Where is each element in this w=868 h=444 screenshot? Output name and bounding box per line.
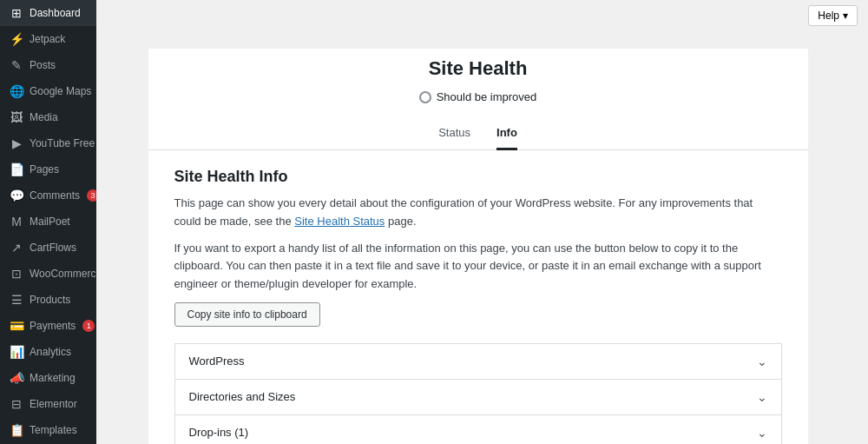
- section-title: Site Health Info: [174, 168, 782, 186]
- accordion-list: WordPress⌄Directories and Sizes⌄Drop-ins…: [174, 344, 782, 444]
- youtube-free-icon: ▶: [9, 136, 24, 150]
- status-bar: Site Health Should be improved StatusInf…: [148, 49, 808, 150]
- sidebar: ⊞Dashboard⚡Jetpack✎Posts🌐Google Maps🖼Med…: [0, 0, 96, 444]
- sidebar-item-dashboard[interactable]: ⊞Dashboard: [0, 0, 96, 26]
- tab-info[interactable]: Info: [496, 117, 517, 150]
- pages-icon: 📄: [9, 162, 24, 176]
- payments-icon: 💳: [9, 319, 24, 333]
- sidebar-item-posts[interactable]: ✎Posts: [0, 52, 96, 78]
- sidebar-item-products[interactable]: ☰Products: [0, 287, 96, 313]
- google-maps-icon: 🌐: [9, 84, 24, 98]
- page-title: Site Health: [148, 57, 808, 80]
- description-1: This page can show you every detail abou…: [174, 195, 782, 231]
- sidebar-label-elementor: Elementor: [30, 398, 77, 410]
- chevron-down-icon: ⌄: [757, 390, 767, 404]
- status-text: Should be improved: [437, 90, 537, 103]
- status-indicator: Should be improved: [148, 90, 808, 103]
- chevron-down-icon: ⌄: [757, 355, 767, 368]
- accordion-header[interactable]: WordPress⌄: [175, 344, 781, 379]
- sidebar-item-elementor[interactable]: ⊟Elementor: [0, 391, 96, 417]
- accordion-label: Drop-ins (1): [189, 426, 249, 439]
- sidebar-item-marketing[interactable]: 📣Marketing: [0, 365, 96, 391]
- sidebar-item-comments[interactable]: 💬Comments3: [0, 182, 96, 209]
- media-icon: 🖼: [9, 110, 24, 124]
- accordion-header[interactable]: Directories and Sizes⌄: [175, 380, 781, 414]
- posts-icon: ✎: [9, 58, 24, 72]
- badge-comments: 3: [87, 189, 96, 202]
- sidebar-item-analytics[interactable]: 📊Analytics: [0, 339, 96, 365]
- sidebar-label-cartflows: CartFlows: [30, 242, 76, 254]
- comments-icon: 💬: [9, 189, 24, 202]
- accordion-label: Directories and Sizes: [189, 390, 296, 403]
- sidebar-label-woocommerce: WooCommerce: [30, 268, 96, 280]
- sidebar-item-payments[interactable]: 💳Payments1: [0, 313, 96, 339]
- accordion-label: WordPress: [189, 355, 245, 368]
- sidebar-item-google-maps[interactable]: 🌐Google Maps: [0, 78, 96, 104]
- sidebar-label-posts: Posts: [30, 59, 56, 71]
- accordion-header[interactable]: Drop-ins (1)⌄: [175, 415, 781, 444]
- marketing-icon: 📣: [9, 371, 24, 385]
- sidebar-label-payments: Payments: [30, 320, 76, 332]
- tabs-panel-wrapper: Site Health Should be improved StatusInf…: [148, 49, 808, 444]
- products-icon: ☰: [9, 293, 24, 307]
- sidebar-item-templates[interactable]: 📋Templates: [0, 417, 96, 443]
- accordion-item: Directories and Sizes⌄: [174, 379, 782, 415]
- sidebar-item-jetpack[interactable]: ⚡Jetpack: [0, 26, 96, 52]
- chevron-down-icon: ⌄: [757, 426, 767, 440]
- sidebar-label-templates: Templates: [30, 424, 77, 436]
- tabs-nav: StatusInfo: [148, 117, 808, 150]
- sidebar-label-jetpack: Jetpack: [30, 33, 65, 45]
- sidebar-label-products: Products: [30, 294, 70, 306]
- sidebar-label-comments: Comments: [30, 189, 80, 202]
- sidebar-label-analytics: Analytics: [30, 346, 71, 358]
- help-arrow: ▾: [843, 10, 848, 22]
- help-button[interactable]: Help ▾: [808, 5, 858, 26]
- accordion-item: Drop-ins (1)⌄: [174, 414, 782, 444]
- copy-site-info-button[interactable]: Copy site info to clipboard: [174, 302, 320, 327]
- main-content: Help ▾ Site Health Should be improved St…: [96, 0, 868, 444]
- status-circle-icon: [419, 91, 431, 103]
- sidebar-item-mailpoet[interactable]: MMailPoet: [0, 209, 96, 235]
- site-health-status-link[interactable]: Site Health Status: [294, 215, 385, 228]
- elementor-icon: ⊟: [9, 397, 24, 411]
- help-label: Help: [818, 10, 839, 22]
- topbar: Help ▾: [96, 0, 868, 31]
- woocommerce-icon: ⊡: [9, 267, 24, 281]
- badge-payments: 1: [82, 320, 95, 332]
- info-panel: Site Health Info This page can show you …: [148, 150, 808, 444]
- sidebar-item-cartflows[interactable]: ↗CartFlows: [0, 235, 96, 261]
- accordion-item: WordPress⌄: [174, 343, 782, 380]
- sidebar-item-pages[interactable]: 📄Pages: [0, 156, 96, 182]
- description-2: If you want to export a handy list of al…: [174, 240, 782, 294]
- sidebar-label-mailpoet: MailPoet: [30, 215, 70, 228]
- sidebar-label-youtube-free: YouTube Free: [30, 137, 95, 149]
- sidebar-item-woocommerce[interactable]: ⊡WooCommerce: [0, 261, 96, 287]
- sidebar-label-google-maps: Google Maps: [30, 85, 91, 97]
- jetpack-icon: ⚡: [9, 32, 24, 46]
- mailpoet-icon: M: [9, 215, 24, 229]
- dashboard-icon: ⊞: [9, 6, 24, 20]
- content-area: Site Health Should be improved StatusInf…: [96, 31, 868, 444]
- sidebar-label-dashboard: Dashboard: [30, 7, 81, 19]
- sidebar-label-pages: Pages: [30, 163, 59, 176]
- sidebar-item-media[interactable]: 🖼Media: [0, 104, 96, 130]
- sidebar-item-youtube-free[interactable]: ▶YouTube Free: [0, 130, 96, 156]
- templates-icon: 📋: [9, 423, 24, 437]
- sidebar-label-media: Media: [30, 111, 58, 123]
- sidebar-label-marketing: Marketing: [30, 372, 76, 384]
- tab-status[interactable]: Status: [438, 117, 470, 150]
- analytics-icon: 📊: [9, 345, 24, 359]
- cartflows-icon: ↗: [9, 241, 24, 255]
